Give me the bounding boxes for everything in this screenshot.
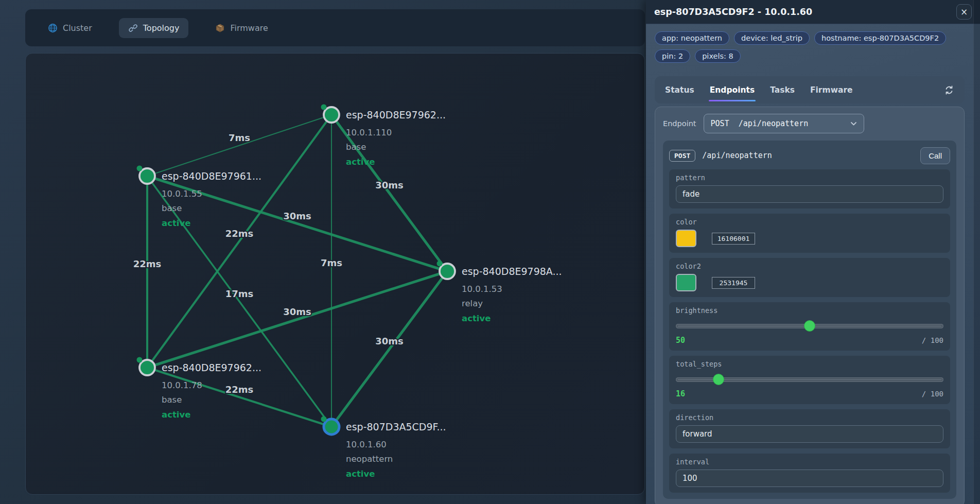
node-name-label: esp-840D8E97962... [346,109,446,120]
device-detail-panel: esp-807D3A5CD9F2 - 10.0.1.60 × app: neop… [646,0,980,504]
color-value-input[interactable]: 16106001 [712,233,755,245]
slider-thumb[interactable] [713,374,724,385]
edge-latency-label: 7ms [321,257,342,268]
field-label: pattern [676,173,943,182]
endpoints-section: Endpoint POST /api/neopattern POST /api/… [655,107,965,504]
node-name-label: esp-840D8E9798A... [462,266,562,277]
node-status-label: active [462,314,491,323]
device-chip: hostname: esp-807D3A5CD9F2 [814,31,946,45]
node-circle[interactable] [440,264,455,279]
panel-tab-endpoints[interactable]: Endpoints [710,76,755,103]
node-ip-label: 10.0.1.53 [462,284,502,294]
node-satellite-dot [137,357,143,363]
link-icon [128,23,138,33]
node-name-label: esp-840D8E97962... [162,362,261,373]
panel-scrollbar[interactable] [973,0,980,504]
node-ip-label: 10.0.1.60 [346,440,387,449]
node-circle[interactable] [139,360,155,375]
package-icon [215,23,225,33]
node-status-label: active [346,469,375,479]
edge-n110-n78 [147,115,331,368]
nav-tab-topology[interactable]: Topology [119,18,189,38]
direction-input[interactable]: forward [676,425,943,443]
slider-value: 50 [676,336,922,345]
call-button[interactable]: Call [920,147,950,164]
edge-latency-label: 30ms [283,306,311,317]
edge-latency-label: 22ms [225,228,254,239]
node-role-label: base [162,395,182,405]
field-interval: interval100 [669,454,950,493]
edge-latency-label: 17ms [225,288,254,299]
device-chip: pin: 2 [655,49,690,63]
nav-tab-firmware[interactable]: Firmware [206,18,277,38]
field-pattern: patternfade [669,169,950,208]
node-role-label: base [162,203,182,213]
chevron-down-icon [850,121,857,126]
edge-latency-label: 30ms [375,336,404,346]
node-role-label: base [346,142,366,152]
endpoint-header: POST /api/neopattern Call [669,147,950,164]
topology-canvas[interactable]: 7ms30ms22ms7ms30ms22ms17ms30ms30ms22mses… [25,53,645,495]
panel-tab-firmware[interactable]: Firmware [810,76,853,103]
color2-swatch[interactable] [676,274,696,291]
endpoint-selector-row: Endpoint POST /api/neopattern [663,114,956,133]
panel-tab-tasks[interactable]: Tasks [770,76,795,103]
endpoint-call-card: POST /api/neopattern Call patternfadecol… [663,141,956,499]
globe-icon [48,23,58,33]
pattern-input[interactable]: fade [676,185,943,203]
tab-spacer [868,76,929,103]
panel-tab-bar: StatusEndpointsTasksFirmware [655,76,965,103]
topology-node[interactable]: esp-840D8E9798A...10.0.1.53relayactive [437,261,562,324]
endpoint-path: /api/neopattern [702,151,920,160]
device-chip: pixels: 8 [695,49,741,63]
topology-node-selected[interactable]: esp-807D3A5CD9F...10.0.1.60neopatternact… [321,416,446,479]
node-role-label: relay [462,299,483,308]
edge-n53-n60 [331,271,447,427]
refresh-icon[interactable] [944,76,954,103]
device-chip: device: led_strip [734,31,810,45]
top-navbar: ClusterTopologyFirmware [25,9,645,46]
method-badge: POST [669,150,695,162]
nav-tab-cluster[interactable]: Cluster [39,18,101,38]
brightness-slider[interactable] [676,320,943,332]
topology-graph[interactable]: 7ms30ms22ms7ms30ms22ms17ms30ms30ms22mses… [26,54,645,495]
endpoint-fields: patternfadecolor16106001color22531945bri… [669,169,950,493]
color2-value-input[interactable]: 2531945 [712,277,755,289]
field-label: direction [676,413,943,422]
field-label: total_steps [676,360,943,368]
color-swatch[interactable] [676,230,696,247]
total_steps-slider[interactable] [676,374,943,385]
node-status-label: active [162,410,190,420]
interval-input[interactable]: 100 [676,470,943,487]
node-name-label: esp-807D3A5CD9F... [346,421,446,432]
node-satellite-dot [137,166,143,171]
edge-n110-n53 [331,115,447,271]
edge-latency-label: 22ms [225,384,254,395]
endpoint-select[interactable]: POST /api/neopattern [704,114,864,133]
slider-max: / 100 [922,390,943,398]
node-ip-label: 10.0.1.55 [162,189,202,199]
topology-node[interactable]: esp-840D8E97961...10.0.1.55baseactive [137,166,262,229]
panel-title: esp-807D3A5CD9F2 - 10.0.1.60 [654,7,956,17]
close-icon[interactable]: × [956,4,972,20]
node-name-label: esp-840D8E97961... [162,170,261,182]
node-circle[interactable] [324,419,339,435]
field-label: brightness [676,306,943,315]
node-status-label: active [346,157,375,167]
field-label: interval [676,458,943,466]
node-circle[interactable] [324,107,339,123]
node-ip-label: 10.0.1.78 [162,380,202,390]
field-label: color [676,218,943,226]
node-circle[interactable] [139,168,155,184]
endpoint-selector-label: Endpoint [663,119,696,128]
topology-node[interactable]: esp-840D8E97962...10.0.1.110baseactive [321,105,446,167]
field-direction: directionforward [669,409,950,448]
app-root: ClusterTopologyFirmware 7ms30ms22ms7ms30… [0,0,980,504]
field-color2: color22531945 [669,258,950,297]
slider-thumb[interactable] [804,320,815,332]
edge-n53-n78 [147,271,447,368]
node-status-label: active [162,218,190,228]
panel-tab-status[interactable]: Status [665,76,694,103]
node-satellite-dot [437,261,443,267]
field-brightness: brightness50/ 100 [669,302,950,351]
